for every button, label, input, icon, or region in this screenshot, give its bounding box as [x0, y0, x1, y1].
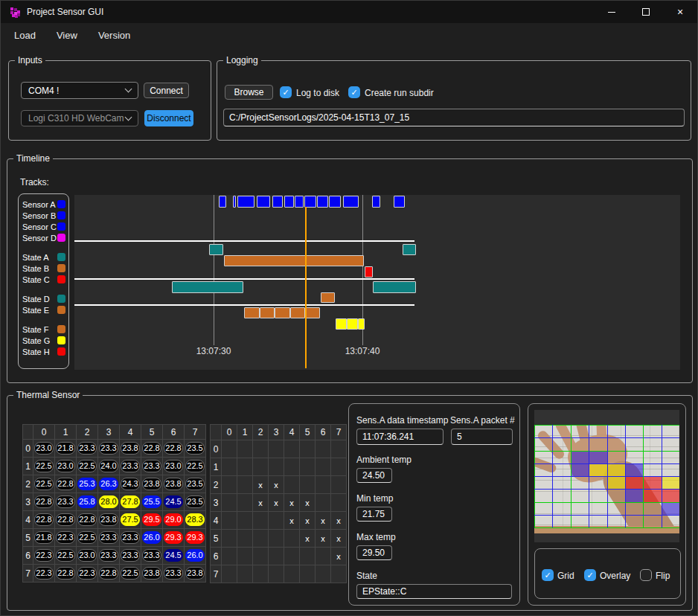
- thermal-cell: 22.8: [55, 475, 76, 493]
- title-bar: Project Sensor GUI ×: [1, 1, 697, 23]
- thermal-value-pill: 22.8: [142, 442, 161, 455]
- camera-options-box: ✓ Grid ✓ Overlay Flip: [534, 548, 681, 599]
- thermal-cell: 23.3: [77, 440, 97, 457]
- camera-panel: ✓ Grid ✓ Overlay Flip: [528, 403, 686, 606]
- thermal-cell: 24.5: [163, 547, 184, 564]
- state-label: State: [356, 571, 377, 581]
- thermal-cell: 24.5: [163, 493, 184, 510]
- com-port-select[interactable]: COM4 !: [21, 82, 138, 99]
- ambient-temp-field[interactable]: 24.50: [356, 468, 392, 483]
- mask-cell: [237, 530, 252, 547]
- mask-x-mark: x: [305, 498, 310, 507]
- time-axis-label: 13:07:30: [196, 346, 231, 356]
- thermal-value-pill: 22.8: [164, 442, 183, 455]
- mask-cell: [222, 548, 237, 565]
- timeline-block-sensor-a: [343, 196, 359, 208]
- state-field[interactable]: EPState::C: [356, 584, 512, 599]
- thermal-value-pill: 23.3: [164, 567, 183, 580]
- menu-item-load[interactable]: Load: [14, 30, 36, 41]
- timeline-block-sensor-a: [237, 196, 254, 208]
- mask-cell: [316, 565, 330, 583]
- timeline-plot[interactable]: 13:07:3013:07:40: [74, 195, 680, 370]
- column-header: 1: [55, 425, 76, 439]
- thermal-cell: 22.5: [33, 458, 54, 475]
- menu-item-view[interactable]: View: [57, 30, 77, 41]
- mask-x-mark: x: [321, 534, 325, 543]
- mask-cell: x: [269, 494, 284, 511]
- mask-cell: x: [316, 512, 330, 529]
- mask-cell: x: [331, 512, 346, 529]
- mask-cell: [237, 440, 252, 458]
- logging-groupbox: Logging Browse ✓ Log to disk ✓ Create ru…: [217, 60, 691, 141]
- mask-cell: [269, 548, 284, 565]
- legend-item-label: State H: [22, 347, 57, 356]
- mask-x-mark: x: [274, 481, 278, 490]
- grid-line-horizontal: [534, 476, 679, 477]
- thermal-cell: 22.8: [163, 440, 184, 457]
- mask-cell: [316, 440, 330, 458]
- mask-cell: [253, 548, 268, 565]
- mask-cell: [222, 530, 237, 547]
- mask-cell: [316, 494, 330, 511]
- thermal-value-pill: 23.5: [185, 442, 205, 455]
- timestamp-label: Sens.A data timestamp: [356, 415, 448, 426]
- timeline-block-sensor-a: [394, 196, 405, 208]
- legend-item-label: State A: [22, 253, 57, 262]
- mask-cell: [300, 565, 315, 583]
- mask-x-mark: x: [258, 481, 263, 490]
- timestamp-field[interactable]: 11:07:36.241: [356, 429, 444, 445]
- max-temp-field[interactable]: 29.50: [356, 545, 392, 560]
- overlay-checkbox[interactable]: ✓: [584, 569, 596, 581]
- legend-item-label: State F: [22, 325, 57, 334]
- connect-button[interactable]: Connect: [144, 83, 189, 98]
- timeline-block-state-f: [290, 307, 305, 318]
- thermal-value-pill: 29.3: [164, 531, 183, 544]
- time-cursor[interactable]: [305, 207, 307, 368]
- log-path-field[interactable]: C:/ProjectSensorLogs/2025-04-15T13_07_15: [223, 109, 685, 126]
- menu-item-version[interactable]: Version: [98, 30, 130, 41]
- thermal-value-pill: 23.3: [56, 495, 75, 508]
- timeline-block-sensor-a: [372, 196, 380, 208]
- thermal-value-pill: 25.5: [142, 495, 161, 508]
- min-temp-field[interactable]: 21.75: [356, 507, 392, 522]
- thermal-cell: 23.0: [163, 458, 184, 475]
- thermal-cell: 23.0: [77, 547, 97, 564]
- timeline-block-state-a: [403, 244, 416, 255]
- legend-color-chip: [57, 222, 65, 231]
- create-run-subdir-checkbox[interactable]: ✓: [348, 86, 360, 98]
- legend-color-chip: [57, 264, 65, 272]
- packet-field[interactable]: 5: [451, 429, 513, 445]
- mask-cell: [269, 458, 284, 475]
- disconnect-button[interactable]: Disconnect: [144, 110, 193, 126]
- mask-cell: x: [300, 494, 315, 511]
- thermal-cell: 22.3: [33, 565, 54, 582]
- timeline-block-sensor-a: [304, 196, 316, 208]
- row-header: 7: [23, 565, 33, 582]
- thermal-value-pill: 22.5: [77, 531, 97, 544]
- minimize-button[interactable]: [595, 1, 629, 23]
- mask-x-mark: x: [305, 516, 310, 525]
- legend-item: State C: [19, 274, 68, 285]
- grid-checkbox[interactable]: ✓: [542, 569, 554, 581]
- mask-cell: [222, 476, 237, 493]
- camera-select[interactable]: Logi C310 HD WebCam: [21, 110, 138, 126]
- thermal-value-pill: 22.5: [77, 460, 97, 472]
- thermal-cell: 23.3: [141, 458, 162, 475]
- legend-item-label: State D: [22, 295, 57, 304]
- thermal-cell: 21.8: [33, 529, 54, 546]
- mask-cell: [300, 476, 315, 493]
- flip-checkbox[interactable]: [640, 569, 652, 581]
- column-header: 2: [253, 425, 268, 440]
- maximize-button[interactable]: [629, 1, 663, 23]
- thermal-cell: 23.3: [163, 565, 184, 582]
- thermal-cell: 23.5: [185, 493, 205, 510]
- legend-item-label: Sensor C: [22, 222, 57, 231]
- mask-cell: [300, 440, 315, 458]
- log-to-disk-checkbox[interactable]: ✓: [280, 86, 292, 98]
- mask-cell: x: [300, 512, 315, 529]
- thermal-cell: 28.3: [185, 511, 205, 528]
- browse-button[interactable]: Browse: [225, 85, 273, 100]
- mask-cell: [237, 458, 252, 475]
- close-button[interactable]: ×: [663, 1, 697, 23]
- row-header: 3: [23, 493, 33, 510]
